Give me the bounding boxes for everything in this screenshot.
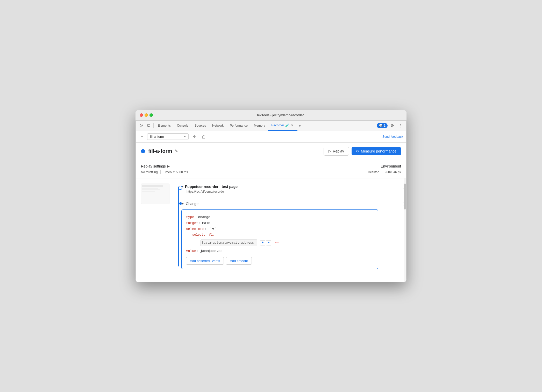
code-target-colon: : (198, 220, 202, 226)
code-type-key: type (186, 214, 194, 220)
step-dot-change (179, 202, 182, 205)
remove-selector-button[interactable]: − (266, 240, 271, 245)
replay-button[interactable]: ▷ Replay (324, 147, 349, 156)
step-change-title: Change (186, 202, 198, 206)
settings-left: Replay settings ▶ No throttling Timeout:… (141, 164, 368, 174)
code-selectors-key: selectors (186, 226, 204, 232)
code-value-key: value (186, 248, 196, 254)
step-dot-navigate (178, 186, 182, 190)
svg-rect-1 (148, 126, 149, 127)
main-content: fill-a-form ✎ ▷ Replay ⟳ Measure perform… (136, 143, 406, 282)
svg-rect-0 (147, 125, 150, 126)
tab-network[interactable]: Network (209, 120, 227, 131)
code-value-val: jane@doe.co (200, 248, 223, 254)
replay-settings-arrow-icon: ▶ (167, 164, 170, 168)
chat-icon: 💬 (379, 124, 383, 127)
window-title: DevTools - jec.fyi/demo/recorder (157, 113, 402, 117)
step-navigate: ▶ Puppeteer recorder - test page ⋮ https… (181, 184, 406, 193)
replay-label: Replay (333, 149, 344, 153)
minimize-button[interactable] (145, 113, 148, 117)
recording-name: fill-a-form (148, 148, 172, 154)
tab-right-icons: 💬 1 ⚙ ⋮ (377, 122, 404, 129)
recorder-icon: 🧪 (285, 124, 289, 127)
page-thumbnail (141, 184, 169, 204)
tab-memory[interactable]: Memory (251, 120, 268, 131)
thumbnail-col (141, 184, 172, 277)
scrollbar-track[interactable] (404, 178, 406, 282)
tab-performance[interactable]: Performance (227, 120, 251, 131)
cursor-icon (211, 227, 215, 231)
red-arrow-indicator: ← (275, 238, 279, 248)
replay-settings-title[interactable]: Replay settings ▶ (141, 164, 368, 168)
devtools-container: Elements Console Sources Network Perform… (136, 120, 406, 282)
devtools-window: DevTools - jec.fyi/demo/recorder Element… (136, 110, 406, 282)
selector-icon-button[interactable] (210, 227, 216, 231)
resolution-label: 960×546 px (385, 170, 401, 174)
code-target-val: main (202, 220, 210, 226)
tab-console[interactable]: Console (174, 120, 191, 131)
code-value-colon: : (196, 248, 200, 254)
recorder-tab-label: Recorder (271, 124, 284, 127)
tab-recorder[interactable]: Recorder 🧪 ✕ (268, 120, 297, 131)
replay-settings-label: Replay settings (141, 164, 166, 168)
code-value-line: value : jane@doe.co (186, 248, 374, 254)
measure-performance-button[interactable]: ⟳ Measure performance (352, 147, 401, 155)
timeline-line (178, 187, 179, 266)
recording-select-text: fill-a-form (150, 135, 183, 139)
settings-bar: Replay settings ▶ No throttling Timeout:… (136, 160, 406, 178)
traffic-lights (140, 113, 153, 117)
tabs-bar: Elements Console Sources Network Perform… (136, 121, 406, 131)
more-options-icon[interactable]: ⋮ (397, 122, 404, 129)
recorder-toolbar: + fill-a-form ▾ Send feedback (136, 131, 406, 143)
environment-title: Environment (368, 164, 401, 168)
steps-area: ▶ Puppeteer recorder - test page ⋮ https… (136, 178, 406, 282)
recording-select[interactable]: fill-a-form ▾ (147, 133, 189, 140)
recording-status-dot (141, 149, 145, 153)
recorder-close-icon[interactable]: ✕ (290, 123, 294, 127)
add-timeout-button[interactable]: Add timeout (226, 257, 252, 265)
download-recording-button[interactable] (191, 133, 198, 140)
notification-badge[interactable]: 💬 1 (377, 123, 388, 128)
settings-divider (160, 170, 161, 174)
steps-timeline: ▶ Puppeteer recorder - test page ⋮ https… (176, 184, 406, 277)
tab-separator (153, 123, 154, 128)
action-buttons: Add assertedEvents Add timeout (186, 257, 374, 265)
code-selector-num-line: selector #1: (186, 232, 374, 238)
send-feedback-link[interactable]: Send feedback (382, 135, 403, 139)
title-bar: DevTools - jec.fyi/demo/recorder (136, 110, 406, 120)
scrollbar-thumb[interactable] (404, 184, 406, 209)
add-selector-button[interactable]: + (260, 240, 265, 245)
code-target-key: target (186, 220, 198, 226)
code-selectors-colon: : (204, 226, 208, 232)
selector-value-text: [data-automate=email-address] (201, 239, 257, 246)
add-asserted-events-button[interactable]: Add assertedEvents (186, 257, 224, 265)
step-change: ▼ Change ⋮ type : change (181, 201, 406, 270)
inspect-icon[interactable] (138, 122, 145, 129)
env-divider (382, 170, 382, 174)
play-icon: ▷ (329, 149, 331, 153)
code-selector-num: selector #1: (192, 232, 215, 238)
settings-icon[interactable]: ⚙ (389, 122, 396, 129)
timeout-label: Timeout: 5000 ms (163, 170, 188, 174)
step-navigate-title: Puppeteer recorder - test page (185, 185, 238, 189)
step-change-header: ▼ Change ⋮ (181, 201, 406, 207)
measure-icon: ⟳ (356, 149, 359, 153)
settings-right: Environment Desktop 960×546 px (368, 164, 401, 174)
tab-elements[interactable]: Elements (155, 120, 174, 131)
settings-info: No throttling Timeout: 5000 ms (141, 170, 368, 174)
environment-info: Desktop 960×546 px (368, 170, 401, 174)
device-toggle-icon[interactable] (145, 122, 152, 129)
measure-label: Measure performance (361, 149, 396, 153)
code-block: type : change target : main selectors (181, 209, 378, 270)
more-tabs-icon[interactable]: » (297, 122, 303, 129)
close-button[interactable] (140, 113, 143, 117)
edit-name-icon[interactable]: ✎ (175, 149, 178, 154)
tab-sources[interactable]: Sources (191, 120, 209, 131)
code-selector-value-line: [data-automate=email-address] + − ← (186, 238, 374, 248)
maximize-button[interactable] (149, 113, 153, 117)
delete-recording-button[interactable] (200, 133, 207, 140)
recording-header: fill-a-form ✎ ▷ Replay ⟳ Measure perform… (136, 143, 406, 160)
desktop-label: Desktop (368, 170, 379, 174)
step-navigate-header: ▶ Puppeteer recorder - test page ⋮ (181, 184, 406, 190)
add-recording-button[interactable]: + (139, 134, 145, 140)
